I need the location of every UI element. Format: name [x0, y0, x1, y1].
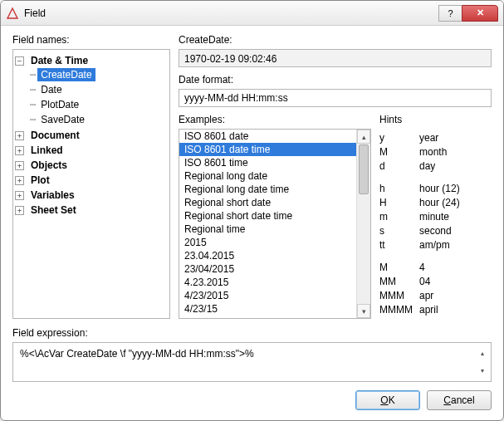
- hint-row: ttam/pm: [379, 237, 492, 252]
- expand-icon[interactable]: +: [15, 176, 24, 185]
- hints-table: yyearMmonthddayhhour (12)Hhour (24)mminu…: [379, 129, 492, 319]
- hint-row: dday: [379, 159, 492, 173]
- tree-leaf[interactable]: CreateDate: [37, 68, 95, 81]
- hint-row: yyear: [379, 130, 492, 144]
- app-icon: [6, 7, 19, 20]
- dateformat-input[interactable]: [179, 89, 492, 107]
- expression-spinner[interactable]: ▴ ▾: [476, 345, 489, 379]
- tree-leaf[interactable]: Date: [37, 83, 65, 96]
- scroll-thumb[interactable]: [359, 144, 369, 194]
- spin-down-icon[interactable]: ▾: [476, 362, 489, 379]
- tree-node[interactable]: Sheet Set: [27, 203, 80, 217]
- examples-scrollbar[interactable]: ▴ ▾: [356, 130, 370, 318]
- tree-node[interactable]: Document: [27, 129, 83, 142]
- close-button[interactable]: ✕: [462, 5, 498, 22]
- field-expression-text: %<\AcVar CreateDate \f "yyyy-MM-dd HH:mm…: [13, 343, 491, 365]
- expand-icon[interactable]: +: [15, 191, 24, 200]
- list-item[interactable]: Regional short date time: [179, 209, 356, 223]
- cancel-button[interactable]: Cancel: [427, 390, 492, 410]
- hint-row: mminute: [379, 209, 492, 223]
- list-item[interactable]: ISO 8601 date: [179, 130, 356, 143]
- collapse-icon[interactable]: −: [15, 56, 24, 66]
- hint-row: MMMapr: [379, 288, 492, 302]
- examples-listbox[interactable]: ISO 8601 dateISO 8601 date timeISO 8601 …: [179, 129, 371, 319]
- hint-row: MM04: [379, 274, 492, 288]
- ok-button[interactable]: OK: [355, 390, 420, 410]
- hints-label: Hints: [379, 114, 492, 125]
- help-button[interactable]: ?: [438, 5, 462, 22]
- tree-node[interactable]: Plot: [27, 174, 53, 187]
- examples-label: Examples:: [179, 114, 371, 125]
- tree-node[interactable]: Date & Time: [27, 54, 91, 67]
- field-dialog: Field ? ✕ Field names: −Date & Time⋯Crea…: [0, 0, 504, 421]
- list-item[interactable]: 4/23/2015: [179, 289, 356, 302]
- hint-row: Hhour (24): [379, 195, 492, 209]
- expand-icon[interactable]: +: [15, 161, 24, 170]
- tree-node[interactable]: Linked: [27, 144, 66, 157]
- list-item[interactable]: Regional time: [179, 223, 356, 236]
- tree-node[interactable]: Variables: [27, 188, 78, 202]
- field-expression-label: Field expression:: [12, 327, 492, 339]
- list-item[interactable]: 4.23.2015: [179, 276, 356, 289]
- tree-node[interactable]: Objects: [27, 159, 71, 172]
- createdate-label: CreateDate:: [179, 34, 492, 46]
- hint-row: MMMMapril: [379, 302, 492, 316]
- list-item[interactable]: Regional long date: [179, 169, 356, 183]
- window-title: Field: [24, 7, 438, 19]
- list-item[interactable]: 23.04.2015: [179, 249, 356, 262]
- list-item[interactable]: 4/23/15: [179, 302, 356, 316]
- dialog-body: Field names: −Date & Time⋯CreateDate⋯Dat…: [1, 26, 503, 420]
- spin-up-icon[interactable]: ▴: [476, 345, 489, 362]
- list-item[interactable]: Regional long date time: [179, 183, 356, 196]
- scroll-up-icon[interactable]: ▴: [357, 130, 370, 144]
- list-item[interactable]: 2015: [179, 236, 356, 249]
- field-names-tree[interactable]: −Date & Time⋯CreateDate⋯Date⋯PlotDate⋯Sa…: [12, 49, 170, 319]
- list-item[interactable]: ISO 8601 date time: [179, 143, 356, 156]
- scroll-down-icon[interactable]: ▾: [357, 304, 370, 318]
- list-item[interactable]: ISO 8601 time: [179, 156, 356, 169]
- expand-icon[interactable]: +: [15, 146, 24, 155]
- field-expression-box[interactable]: %<\AcVar CreateDate \f "yyyy-MM-dd HH:mm…: [12, 342, 492, 382]
- expand-icon[interactable]: +: [15, 131, 24, 140]
- dateformat-label: Date format:: [179, 74, 492, 86]
- list-item[interactable]: 23/04/2015: [179, 262, 356, 276]
- tree-leaf[interactable]: PlotDate: [37, 98, 82, 111]
- hint-row: ssecond: [379, 223, 492, 237]
- createdate-value: 1970-02-19 09:02:46: [179, 49, 492, 67]
- expand-icon[interactable]: +: [15, 206, 24, 215]
- hint-row: hhour (12): [379, 181, 492, 195]
- tree-leaf[interactable]: SaveDate: [37, 113, 88, 126]
- hint-row: Mmonth: [379, 144, 492, 159]
- field-names-label: Field names:: [12, 34, 170, 46]
- titlebar[interactable]: Field ? ✕: [1, 1, 503, 26]
- hint-row: M4: [379, 260, 492, 274]
- list-item[interactable]: Regional short date: [179, 196, 356, 209]
